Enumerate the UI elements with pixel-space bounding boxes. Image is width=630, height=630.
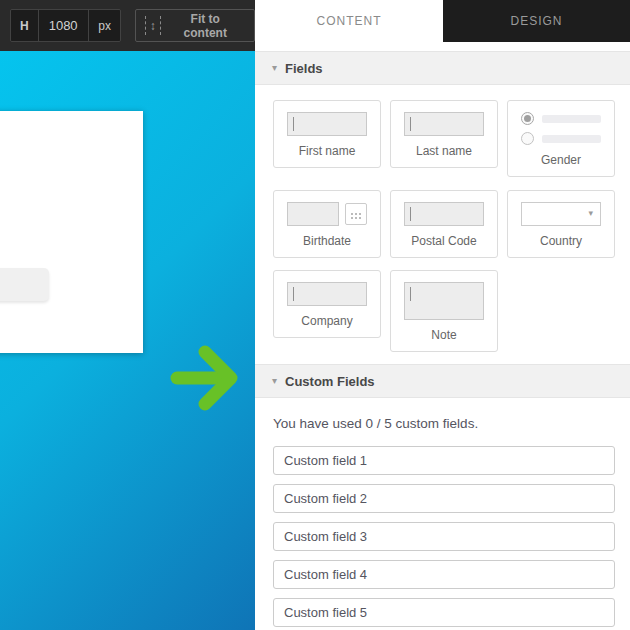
fields-section-header[interactable]: ▾ Fields <box>255 51 630 85</box>
radio-row <box>521 112 601 125</box>
text-cursor <box>410 287 411 301</box>
field-card-label: First name <box>287 144 367 158</box>
field-card-label: Note <box>404 328 484 342</box>
canvas-toolbar: H 1080 px ↕ Fit to content <box>0 0 255 51</box>
radio-unselected-icon <box>521 132 534 145</box>
field-card-gender[interactable]: Gender <box>507 100 615 177</box>
green-arrow-icon <box>168 345 255 411</box>
field-card-label: Birthdate <box>287 234 367 248</box>
field-card-label: Last name <box>404 144 484 158</box>
field-card-label: Company <box>287 314 367 328</box>
widget-preview-canvas[interactable] <box>0 51 255 630</box>
field-card-first-name[interactable]: First name <box>273 100 381 168</box>
custom-field-1[interactable]: Custom field 1 <box>273 446 615 475</box>
fields-section-title: Fields <box>285 61 323 76</box>
custom-field-3[interactable]: Custom field 3 <box>273 522 615 551</box>
widget-form-preview[interactable] <box>0 111 143 353</box>
field-card-postal-code[interactable]: Postal Code <box>390 190 498 258</box>
date-input-preview-icon <box>287 202 367 226</box>
calendar-dots <box>351 213 353 215</box>
height-dimension-group: H 1080 px <box>10 9 121 42</box>
textarea-preview-icon <box>404 282 484 320</box>
chevron-down-icon: ▾ <box>588 209 593 218</box>
text-input-preview-icon <box>404 112 484 136</box>
field-card-company[interactable]: Company <box>273 270 381 338</box>
field-cards-grid: First name Last name <box>255 85 630 355</box>
radio-group-preview-icon <box>521 112 601 145</box>
custom-fields-section-title: Custom Fields <box>285 374 375 389</box>
radio-dot <box>524 115 531 122</box>
tab-design[interactable]: DESIGN <box>443 0 630 42</box>
text-cursor <box>293 117 294 131</box>
option-bar <box>542 115 601 123</box>
field-card-last-name[interactable]: Last name <box>390 100 498 168</box>
settings-panel: CONTENT DESIGN ▾ Fields First name Last … <box>255 0 630 630</box>
option-bar <box>542 135 601 143</box>
collapse-triangle-icon: ▾ <box>272 376 277 386</box>
custom-fields-usage-text: You have used 0 / 5 custom fields. <box>273 416 615 431</box>
text-input-preview-icon <box>404 202 484 226</box>
field-card-country[interactable]: ▾ Country <box>507 190 615 258</box>
text-input-preview-icon <box>287 202 339 226</box>
custom-field-2[interactable]: Custom field 2 <box>273 484 615 513</box>
collapse-triangle-icon: ▾ <box>272 63 277 73</box>
field-card-label: Postal Code <box>404 234 484 248</box>
calendar-icon <box>345 203 367 225</box>
fit-to-content-label: Fit to content <box>169 12 242 40</box>
text-input-preview-icon <box>287 112 367 136</box>
vertical-resize-icon: ↕ <box>145 16 161 35</box>
text-cursor <box>293 287 294 301</box>
field-card-note[interactable]: Note <box>390 270 498 352</box>
fit-to-content-button[interactable]: ↕ Fit to content <box>135 9 255 42</box>
text-input-preview-icon <box>287 282 367 306</box>
custom-fields-section-header[interactable]: ▾ Custom Fields <box>255 364 630 398</box>
height-unit-label: px <box>89 10 120 41</box>
field-card-birthdate[interactable]: Birthdate <box>273 190 381 258</box>
custom-field-4[interactable]: Custom field 4 <box>273 560 615 589</box>
text-cursor <box>410 207 411 221</box>
select-preview-icon: ▾ <box>521 202 601 226</box>
form-builder-window: H 1080 px ↕ Fit to content CONTENT DESIG… <box>0 0 630 630</box>
radio-row <box>521 132 601 145</box>
text-cursor <box>410 117 411 131</box>
panel-tabs: CONTENT DESIGN <box>255 0 630 42</box>
field-card-label: Country <box>521 234 601 248</box>
height-input[interactable]: 1080 <box>39 10 90 41</box>
tab-content[interactable]: CONTENT <box>255 0 443 42</box>
field-card-label: Gender <box>521 153 601 167</box>
custom-field-5[interactable]: Custom field 5 <box>273 598 615 627</box>
radio-selected-icon <box>521 112 534 125</box>
custom-fields-list: Custom field 1 Custom field 2 Custom fie… <box>273 446 615 627</box>
height-dimension-label: H <box>11 10 39 41</box>
preview-input-field[interactable] <box>0 268 49 301</box>
